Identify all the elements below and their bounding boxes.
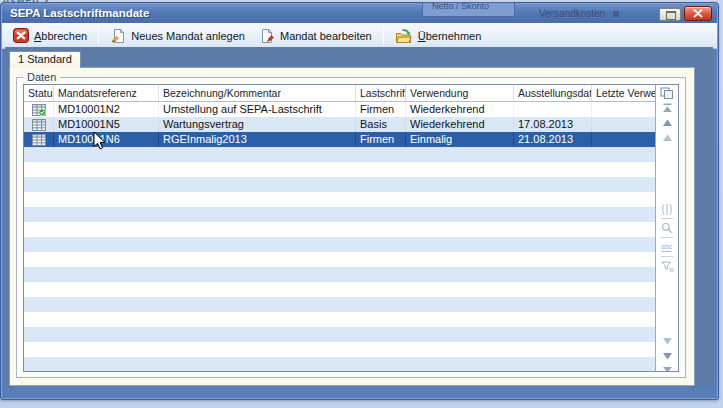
cell-mandatsreferenz[interactable]: MD10001N6 bbox=[54, 132, 159, 147]
cell-ausstellungsdatum[interactable]: 21.08.2013 bbox=[514, 132, 592, 147]
cell-lastschriftart[interactable]: Firmen bbox=[356, 132, 406, 147]
empty-row bbox=[24, 222, 655, 237]
column-header-bezeichnung[interactable]: Bezeichnung/Kommentar bbox=[159, 85, 356, 101]
empty-row bbox=[24, 342, 655, 357]
new-document-icon bbox=[110, 28, 126, 44]
cell-mandatsreferenz[interactable]: MD10001N5 bbox=[54, 117, 159, 132]
column-header-lastschriftart[interactable]: Lastschriftart bbox=[356, 85, 406, 101]
empty-row bbox=[24, 282, 655, 297]
sepa-mandate-dialog: SEPA Lastschriftmandate Netto / Skonto V… bbox=[0, 2, 719, 400]
daten-groupbox-label: Daten bbox=[23, 71, 60, 83]
nav-separator bbox=[661, 256, 673, 257]
select-all-icon[interactable] bbox=[660, 87, 674, 99]
titlebar[interactable]: SEPA Lastschriftmandate Netto / Skonto V… bbox=[2, 4, 717, 23]
close-icon bbox=[693, 9, 703, 18]
cell-lastschriftart[interactable]: Basis bbox=[356, 117, 406, 132]
empty-row bbox=[24, 357, 655, 371]
cell-letzte_verwendung[interactable] bbox=[592, 102, 656, 117]
tab-standard[interactable]: 1 Standard bbox=[9, 51, 81, 68]
nav-group-top bbox=[656, 87, 678, 144]
text-search-icon[interactable]: abc bbox=[660, 241, 674, 253]
cell-status[interactable] bbox=[24, 102, 54, 117]
cell-letzte_verwendung[interactable] bbox=[592, 117, 656, 132]
cell-ausstellungsdatum[interactable] bbox=[514, 102, 592, 117]
empty-row bbox=[24, 327, 655, 342]
mouse-cursor bbox=[93, 131, 106, 150]
column-header-status[interactable]: Status bbox=[24, 85, 54, 101]
cell-letzte_verwendung[interactable] bbox=[592, 132, 656, 147]
background-window-square bbox=[613, 11, 619, 17]
table-row[interactable]: MD10001N6RGEInmalig2013FirmenEinmalig21.… bbox=[24, 132, 655, 147]
column-header-verwendung[interactable]: Verwendung bbox=[406, 85, 514, 101]
close-button[interactable] bbox=[684, 6, 712, 21]
toolbar-button-label: Mandat bearbeiten bbox=[280, 30, 372, 42]
toolbar-separator bbox=[383, 26, 384, 45]
grid-nav-strip: abc bbox=[656, 85, 678, 371]
toolbar-separator bbox=[98, 26, 99, 45]
cell-verwendung[interactable]: Wiederkehrend bbox=[406, 117, 514, 132]
background-netto-skonto-groupbox: Netto / Skonto bbox=[422, 2, 515, 17]
toolbar-button-label: Neues Mandat anlegen bbox=[131, 30, 245, 42]
empty-row bbox=[24, 312, 655, 327]
mandate-grid: StatusMandatsreferenzBezeichnung/Komment… bbox=[23, 84, 679, 372]
edit-document-icon bbox=[259, 28, 275, 44]
toolbar-button-label: Übernehmen bbox=[418, 30, 482, 42]
first-row-icon[interactable] bbox=[660, 102, 674, 114]
cell-bezeichnung[interactable]: Wartungsvertrag bbox=[159, 117, 356, 132]
nav-group-bottom bbox=[656, 335, 678, 372]
restore-button[interactable] bbox=[659, 8, 681, 21]
nav-separator bbox=[661, 237, 673, 238]
last-row-icon[interactable] bbox=[660, 365, 674, 372]
table-row[interactable]: MD10001N5WartungsvertragBasisWiederkehre… bbox=[24, 117, 655, 132]
background-versandkosten-label: Versandkosten bbox=[539, 8, 605, 19]
empty-row bbox=[24, 252, 655, 267]
column-header-letzte_verwendung[interactable]: Letzte Verwendung bbox=[592, 85, 656, 101]
filter-icon[interactable] bbox=[660, 260, 674, 272]
prev-page-icon[interactable] bbox=[660, 117, 674, 129]
prev-row-icon[interactable] bbox=[660, 132, 674, 144]
toolbar-button-abbrechen[interactable]: Abbrechen bbox=[6, 25, 94, 46]
cancel-icon bbox=[13, 28, 29, 43]
cell-ausstellungsdatum[interactable]: 17.08.2013 bbox=[514, 117, 592, 132]
table-icon bbox=[32, 119, 46, 131]
cell-verwendung[interactable]: Wiederkehrend bbox=[406, 102, 514, 117]
cell-bezeichnung[interactable]: Umstellung auf SEPA-Lastschrift bbox=[159, 102, 356, 117]
svg-text:abc: abc bbox=[661, 243, 673, 250]
table-check-icon bbox=[32, 104, 46, 116]
table-icon bbox=[32, 134, 46, 146]
empty-row bbox=[24, 147, 655, 162]
apply-icon bbox=[395, 28, 413, 44]
daten-groupbox: Daten StatusMandatsreferenzBezeichnung/K… bbox=[16, 77, 686, 378]
toolbar-button-mandat-bearbeiten[interactable]: Mandat bearbeiten bbox=[252, 25, 379, 47]
client-area: 1 Standard Daten StatusMandatsreferenzBe… bbox=[5, 47, 713, 387]
cell-status[interactable] bbox=[24, 132, 54, 147]
cell-status[interactable] bbox=[24, 117, 54, 132]
empty-row bbox=[24, 162, 655, 177]
empty-row bbox=[24, 177, 655, 192]
column-header-ausstellungsdatum[interactable]: Ausstellungsdatum bbox=[514, 85, 592, 101]
window-controls bbox=[659, 6, 712, 21]
empty-row bbox=[24, 207, 655, 222]
search-icon[interactable] bbox=[660, 222, 674, 234]
cell-lastschriftart[interactable]: Firmen bbox=[356, 102, 406, 117]
next-row-icon[interactable] bbox=[660, 335, 674, 347]
next-page-icon[interactable] bbox=[660, 350, 674, 362]
cell-verwendung[interactable]: Einmalig bbox=[406, 132, 514, 147]
toolbar: AbbrechenNeues Mandat anlegenMandat bear… bbox=[2, 23, 717, 49]
column-header-mandatsreferenz[interactable]: Mandatsreferenz bbox=[54, 85, 159, 101]
toolbar-button-label: Abbrechen bbox=[34, 30, 87, 42]
column-width-icon[interactable] bbox=[660, 203, 674, 215]
toolbar-button-übernehmen[interactable]: Übernehmen bbox=[388, 25, 489, 47]
nav-separator bbox=[661, 218, 673, 219]
grid-header: StatusMandatsreferenzBezeichnung/Komment… bbox=[24, 85, 655, 102]
toolbar-button-neues-mandat-anlegen[interactable]: Neues Mandat anlegen bbox=[103, 25, 252, 47]
cell-mandatsreferenz[interactable]: MD10001N2 bbox=[54, 102, 159, 117]
tab-page: Daten StatusMandatsreferenzBezeichnung/K… bbox=[9, 67, 695, 386]
empty-row bbox=[24, 267, 655, 282]
nav-group-middle: abc bbox=[656, 203, 678, 272]
table-row[interactable]: MD10001N2Umstellung auf SEPA-Lastschrift… bbox=[24, 102, 655, 117]
empty-row bbox=[24, 297, 655, 312]
empty-row bbox=[24, 237, 655, 252]
window-title: SEPA Lastschriftmandate bbox=[10, 7, 149, 19]
cell-bezeichnung[interactable]: RGEInmalig2013 bbox=[159, 132, 356, 147]
